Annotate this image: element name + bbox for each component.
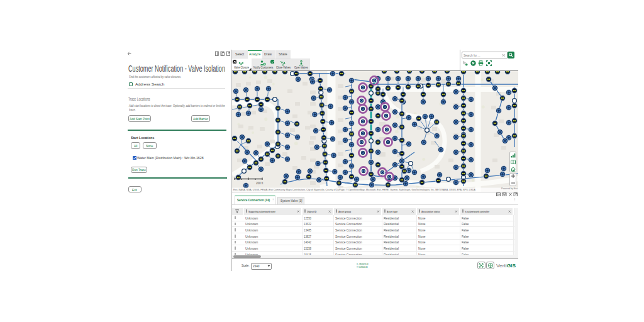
svg-text:Esri, NASA, NGA, USGS, FEMA |: Esri, NASA, NGA, USGS, FEMA | Esri Commu… bbox=[233, 189, 476, 191]
svg-text:Powered by Esri: Powered by Esri bbox=[501, 187, 518, 190]
svg-text:200 ft: 200 ft bbox=[256, 182, 264, 185]
